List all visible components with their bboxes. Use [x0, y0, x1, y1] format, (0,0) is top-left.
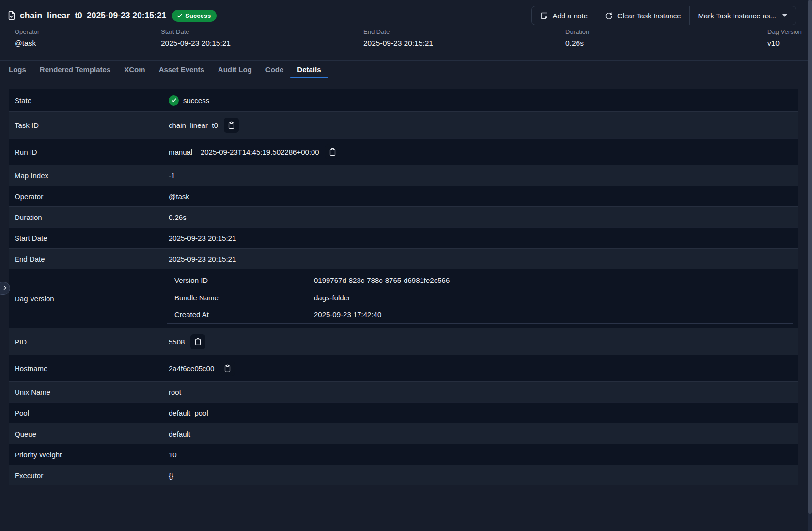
- copy-button[interactable]: [325, 144, 340, 159]
- header-meta: Operator @task Start Date 2025-09-23 20:…: [0, 28, 808, 52]
- meta-value: v10: [767, 39, 802, 47]
- meta-value: @task: [15, 39, 39, 47]
- tab-rendered-templates[interactable]: Rendered Templates: [33, 61, 117, 78]
- page-title: chain_linear_t0: [20, 11, 82, 21]
- row-value: 5508: [169, 338, 185, 346]
- nested-row-label: Version ID: [167, 276, 314, 284]
- meta-label: Start Date: [161, 28, 231, 35]
- table-row-priority-weight: Priority Weight 10: [9, 444, 798, 465]
- add-note-label: Add a note: [553, 12, 588, 20]
- table-row-unix-name: Unix Name root: [9, 381, 798, 402]
- mark-task-instance-as-button[interactable]: Mark Task Instance as...: [689, 6, 796, 25]
- chevron-right-icon: [2, 284, 8, 293]
- meta-label: End Date: [363, 28, 433, 35]
- nested-row-version-id: Version ID 0199767d-823c-788c-8765-d6981…: [167, 272, 793, 289]
- add-note-button[interactable]: Add a note: [531, 6, 597, 25]
- tab-xcom[interactable]: XCom: [117, 61, 152, 78]
- row-value: default_pool: [169, 409, 208, 417]
- row-label: Start Date: [9, 234, 169, 242]
- row-value: @task: [169, 192, 189, 201]
- success-state-icon: [169, 95, 179, 106]
- clear-task-instance-label: Clear Task Instance: [617, 12, 681, 20]
- row-value: 2025-09-23 20:15:21: [169, 255, 236, 263]
- table-row-end-date: End Date 2025-09-23 20:15:21: [9, 248, 798, 269]
- copy-button[interactable]: [190, 334, 205, 349]
- meta-operator: Operator @task: [15, 28, 39, 47]
- row-label: Operator: [9, 192, 169, 201]
- row-label: Map Index: [9, 172, 169, 180]
- table-row-pool: Pool default_pool: [9, 402, 798, 423]
- row-label: Hostname: [9, 364, 169, 373]
- meta-label: Operator: [15, 28, 39, 35]
- row-value: 10: [169, 451, 177, 459]
- row-value: 2025-09-23 20:15:21: [169, 234, 236, 242]
- header-actions: Add a note Clear Task Instance Mark Task…: [531, 6, 796, 25]
- scrollbar-thumb[interactable]: [808, 0, 812, 514]
- row-value: success: [183, 96, 209, 105]
- table-row-operator: Operator @task: [9, 186, 798, 206]
- nested-row-label: Created At: [167, 311, 314, 319]
- table-row-start-date: Start Date 2025-09-23 20:15:21: [9, 227, 798, 248]
- vertical-scrollbar[interactable]: [808, 0, 812, 531]
- status-badge: Success: [172, 10, 217, 22]
- nested-row-value: 2025-09-23 17:42:40: [314, 311, 793, 319]
- row-label: Executor: [9, 471, 169, 480]
- row-value: default: [169, 430, 190, 438]
- row-label: Duration: [9, 213, 169, 221]
- row-value: {}: [169, 471, 173, 480]
- table-row-executor: Executor {}: [9, 465, 798, 485]
- details-table: State success Task ID chain_linear_t0 Ru…: [9, 89, 798, 485]
- row-label: Pool: [9, 409, 169, 417]
- row-label: State: [9, 96, 169, 105]
- nested-row-label: Bundle Name: [167, 294, 314, 302]
- tab-audit-log[interactable]: Audit Log: [211, 61, 259, 78]
- meta-end-date: End Date 2025-09-23 20:15:21: [363, 28, 433, 47]
- nested-row-value: dags-folder: [314, 294, 793, 302]
- tab-code[interactable]: Code: [259, 61, 291, 78]
- meta-dag-version: Dag Version v10: [767, 28, 802, 47]
- row-value: chain_linear_t0: [169, 121, 218, 129]
- row-value: manual__2025-09-23T14:45:19.502286+00:00: [169, 148, 319, 156]
- meta-label: Dag Version: [767, 28, 802, 35]
- mark-as-label: Mark Task Instance as...: [698, 12, 776, 20]
- task-document-icon: [7, 11, 16, 20]
- meta-value: 2025-09-23 20:15:21: [363, 39, 433, 47]
- nested-row-value: 0199767d-823c-788c-8765-d6981fe2c566: [314, 276, 793, 284]
- title-row: chain_linear_t0 2025-09-23 20:15:21 Succ…: [7, 8, 217, 23]
- copy-button[interactable]: [220, 361, 235, 376]
- row-value: 0.26s: [169, 213, 187, 221]
- tab-details[interactable]: Details: [290, 61, 328, 78]
- meta-value: 2025-09-23 20:15:21: [161, 39, 231, 47]
- meta-label: Duration: [565, 28, 589, 35]
- row-label: Run ID: [9, 148, 169, 156]
- table-row-dag-version: Dag Version Version ID 0199767d-823c-788…: [9, 269, 798, 328]
- row-value: root: [169, 388, 181, 396]
- row-value: -1: [169, 172, 175, 180]
- row-label: Priority Weight: [9, 451, 169, 459]
- note-icon: [540, 12, 548, 20]
- tab-bar: Logs Rendered Templates XCom Asset Event…: [0, 61, 806, 78]
- row-label: Unix Name: [9, 388, 169, 396]
- tab-logs[interactable]: Logs: [2, 61, 33, 78]
- title-datetime: 2025-09-23 20:15:21: [87, 11, 166, 21]
- copy-button[interactable]: [224, 118, 239, 133]
- table-row-map-index: Map Index -1: [9, 165, 798, 186]
- tab-asset-events[interactable]: Asset Events: [152, 61, 211, 78]
- row-label: Queue: [9, 430, 169, 438]
- chevron-down-icon: [782, 14, 787, 17]
- table-row-pid: PID 5508: [9, 328, 798, 355]
- row-value: 2a4f6ce05c00: [169, 364, 214, 373]
- table-row-queue: Queue default: [9, 423, 798, 444]
- table-row-duration: Duration 0.26s: [9, 206, 798, 227]
- table-row-state: State success: [9, 89, 798, 111]
- row-label: End Date: [9, 255, 169, 263]
- nested-row-bundle-name: Bundle Name dags-folder: [167, 289, 793, 307]
- check-icon: [176, 13, 183, 19]
- row-label: Task ID: [9, 121, 169, 129]
- row-label: PID: [9, 338, 169, 346]
- clear-task-instance-button[interactable]: Clear Task Instance: [596, 6, 689, 25]
- meta-start-date: Start Date 2025-09-23 20:15:21: [161, 28, 231, 47]
- table-row-hostname: Hostname 2a4f6ce05c00: [9, 355, 798, 381]
- status-badge-label: Success: [185, 12, 211, 19]
- task-instance-details-page: chain_linear_t0 2025-09-23 20:15:21 Succ…: [0, 0, 812, 531]
